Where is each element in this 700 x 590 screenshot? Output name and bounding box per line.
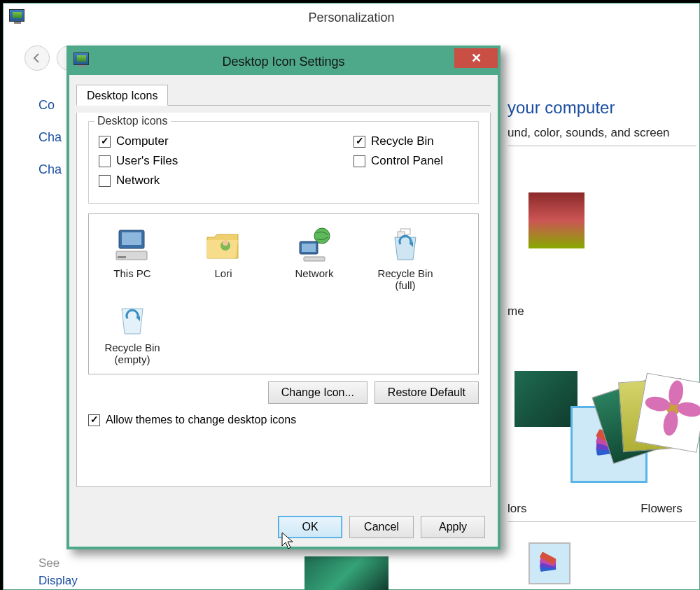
preview-label: Lori bbox=[214, 267, 232, 279]
svg-rect-6 bbox=[122, 232, 141, 245]
checkbox-network[interactable]: Network bbox=[99, 174, 225, 188]
network-icon bbox=[295, 225, 334, 265]
svg-rect-8 bbox=[118, 256, 126, 258]
svg-rect-7 bbox=[116, 251, 147, 260]
back-button[interactable] bbox=[24, 45, 50, 71]
preview-label-l2: (full) bbox=[395, 279, 415, 291]
icon-preview-box: This PC Lori Network Recycle Bin (fu bbox=[88, 213, 479, 374]
theme-thumbnail-green[interactable] bbox=[304, 556, 388, 590]
preview-user[interactable]: Lori bbox=[184, 221, 262, 295]
right-heading: your computer bbox=[507, 98, 615, 118]
theme-label-flowers: Flowers bbox=[626, 502, 696, 516]
tab-desktop-icons[interactable]: Desktop Icons bbox=[76, 85, 168, 106]
right-subheading: und, color, sounds, and screen bbox=[507, 126, 696, 146]
sidebar-link-3[interactable]: Cha bbox=[38, 162, 62, 177]
checkbox-icon bbox=[354, 155, 365, 167]
preview-recycle-bin-full[interactable]: Recycle Bin (full) bbox=[366, 221, 444, 295]
theme-thumbnail-flowers[interactable] bbox=[616, 374, 700, 479]
restore-default-button[interactable]: Restore Default bbox=[374, 381, 479, 404]
close-icon: ✕ bbox=[471, 50, 482, 66]
tab-label: Desktop Icons bbox=[87, 90, 158, 101]
preview-label: This PC bbox=[113, 267, 150, 279]
checkbox-label: User's Files bbox=[116, 154, 178, 168]
sidebar-link-1[interactable]: Co bbox=[38, 98, 62, 113]
checkbox-label: Network bbox=[116, 174, 160, 188]
checkbox-computer[interactable]: Computer bbox=[99, 134, 214, 148]
button-label: Cancel bbox=[364, 521, 399, 533]
this-pc-icon bbox=[113, 225, 152, 265]
recycle-bin-full-icon bbox=[386, 225, 425, 265]
apply-button[interactable]: Apply bbox=[421, 516, 485, 538]
display-link[interactable]: Display bbox=[38, 574, 78, 588]
svg-point-10 bbox=[223, 240, 228, 246]
checkbox-label: Control Panel bbox=[371, 154, 443, 168]
cancel-button[interactable]: Cancel bbox=[349, 516, 414, 538]
theme-thumbnail-1[interactable] bbox=[528, 192, 584, 248]
button-label: OK bbox=[302, 521, 318, 533]
tab-content: Desktop icons Computer Recycle Bin User'… bbox=[76, 113, 491, 487]
checkbox-label: Recycle Bin bbox=[371, 134, 434, 148]
button-label: Restore Default bbox=[388, 386, 465, 398]
see-also-label: See bbox=[38, 556, 59, 570]
preview-label-l1: Recycle Bin bbox=[377, 267, 433, 279]
checkbox-icon bbox=[99, 175, 111, 187]
preview-network[interactable]: Network bbox=[275, 221, 354, 295]
checkbox-label: Computer bbox=[116, 134, 169, 148]
checkbox-label: Allow themes to change desktop icons bbox=[106, 414, 296, 426]
close-button[interactable]: ✕ bbox=[454, 48, 498, 68]
checkbox-allow-themes[interactable]: Allow themes to change desktop icons bbox=[88, 414, 479, 426]
preview-label: Network bbox=[295, 267, 333, 279]
theme-thumbnail-2[interactable] bbox=[514, 371, 578, 427]
sidebar-links: Co Cha Cha bbox=[38, 98, 62, 177]
svg-rect-14 bbox=[304, 257, 325, 261]
dialog-footer: OK Cancel Apply bbox=[278, 516, 485, 538]
window-app-icon bbox=[9, 9, 24, 22]
button-label: Apply bbox=[439, 521, 467, 533]
checkbox-icon bbox=[99, 136, 111, 148]
desktop-icon-settings-dialog: Desktop Icon Settings ✕ Desktop Icons De… bbox=[66, 45, 500, 549]
change-icon-button[interactable]: Change Icon... bbox=[268, 381, 368, 404]
theme-label-partial: me bbox=[507, 304, 524, 318]
checkbox-icon bbox=[99, 155, 111, 167]
parent-title: Personalization bbox=[308, 10, 394, 25]
user-folder-icon bbox=[204, 225, 243, 265]
color-swatch-icon bbox=[539, 553, 560, 574]
preview-label-l2: (empty) bbox=[115, 353, 150, 365]
dialog-title: Desktop Icon Settings bbox=[222, 55, 344, 69]
checkbox-users-files[interactable]: User's Files bbox=[99, 154, 214, 168]
fieldset-legend: Desktop icons bbox=[94, 115, 171, 127]
recycle-bin-empty-icon bbox=[113, 300, 152, 339]
checkbox-icon bbox=[88, 414, 100, 426]
svg-point-2 bbox=[676, 400, 700, 419]
sidebar-link-2[interactable]: Cha bbox=[38, 130, 62, 145]
dialog-app-icon bbox=[74, 52, 89, 65]
theme-thumbnail-bottom[interactable] bbox=[528, 542, 570, 584]
cursor-icon bbox=[281, 532, 295, 553]
parent-titlebar: Personalization bbox=[4, 3, 699, 31]
preview-this-pc[interactable]: This PC bbox=[93, 221, 172, 295]
preview-label-l1: Recycle Bin bbox=[104, 342, 160, 353]
dialog-titlebar[interactable]: Desktop Icon Settings ✕ bbox=[69, 48, 498, 75]
checkbox-control-panel[interactable]: Control Panel bbox=[354, 154, 468, 168]
svg-rect-13 bbox=[302, 244, 316, 252]
preview-button-row: Change Icon... Restore Default bbox=[88, 381, 479, 404]
preview-recycle-bin-empty[interactable]: Recycle Bin (empty) bbox=[93, 295, 172, 370]
tab-strip: Desktop Icons bbox=[76, 82, 491, 106]
checkbox-icon bbox=[354, 136, 365, 148]
checkbox-recycle-bin[interactable]: Recycle Bin bbox=[354, 134, 468, 148]
desktop-icons-fieldset: Desktop icons Computer Recycle Bin User'… bbox=[88, 121, 479, 204]
button-label: Change Icon... bbox=[281, 386, 354, 398]
